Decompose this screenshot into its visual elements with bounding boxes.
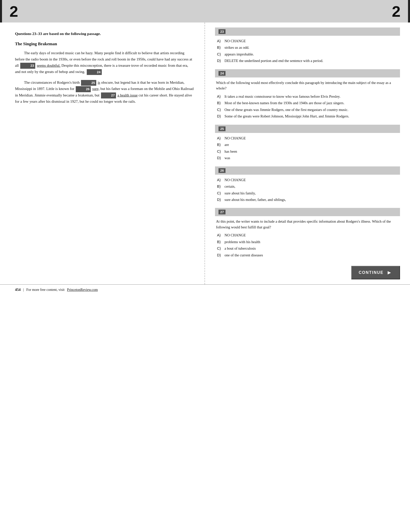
answer-27c[interactable]: C)a bout of tuberculosis: [217, 246, 398, 251]
label-24a: A): [217, 94, 222, 99]
answer-24b[interactable]: B)Most of the best-known names from the …: [217, 100, 398, 106]
label-26c: C): [217, 190, 222, 196]
question-block-27: 27 At this point, the writer wants to in…: [215, 208, 400, 258]
continue-bar: CONTINUE ►: [215, 263, 400, 279]
question-block-23: 23 A)NO CHANGE B)strikes us as odd. C)ap…: [215, 27, 400, 64]
label-27b: B): [217, 239, 222, 245]
answer-25a[interactable]: A)NO CHANGE: [217, 135, 398, 141]
answer-24a[interactable]: A)It takes a real music connoisseur to k…: [217, 94, 398, 99]
footer-text: For more free content, visit: [26, 288, 64, 292]
text-25b: are: [224, 142, 229, 147]
answer-25d[interactable]: D)was: [217, 155, 398, 161]
footer-divider: |: [23, 288, 24, 292]
answer-26b[interactable]: B)certain,: [217, 184, 398, 189]
question-header-25: 25: [215, 125, 400, 133]
answer-23d[interactable]: D)DELETE the underlined portion and end …: [217, 58, 398, 63]
question-block-25: 25 A)NO CHANGE B)are C)has been D)was: [215, 125, 400, 161]
label-25d: D): [217, 155, 222, 161]
label-23c: C): [217, 51, 222, 57]
text-23d: DELETE the underlined portion and end th…: [224, 58, 323, 63]
answer-25b[interactable]: B)are: [217, 142, 398, 147]
label-26b: B): [217, 184, 222, 189]
question-block-26: 26 A)NO CHANGE B)certain, C)sure about h…: [215, 166, 400, 203]
label-24c: C): [217, 107, 222, 112]
q24-header-badge: 24: [218, 71, 226, 76]
text-24a: It takes a real music connoisseur to kno…: [224, 94, 340, 99]
label-27d: D): [217, 252, 222, 258]
answer-25c[interactable]: C)has been: [217, 149, 398, 154]
page-header: 2 2: [0, 0, 410, 22]
q26-badge: 26: [76, 86, 91, 92]
label-27a: A): [217, 232, 222, 238]
main-content: Questions 23–33 are based on the followi…: [0, 22, 410, 284]
text-25a: NO CHANGE: [224, 135, 246, 141]
questions-column: 23 A)NO CHANGE B)strikes us as odd. C)ap…: [205, 22, 410, 284]
label-25c: C): [217, 149, 222, 154]
question-header-24: 24: [215, 69, 400, 77]
text-24b: Most of the best-known names from the 19…: [224, 100, 344, 106]
continue-button[interactable]: CONTINUE ►: [351, 266, 400, 279]
left-page-number: 2: [10, 2, 18, 20]
text-23a: NO CHANGE: [224, 38, 246, 44]
answer-23c[interactable]: C)appears improbable.: [217, 51, 398, 57]
answer-27b[interactable]: B)problems with his health: [217, 239, 398, 245]
passage-title: The Singing Brakeman: [15, 41, 194, 46]
answers-25: A)NO CHANGE B)are C)has been D)was: [215, 135, 400, 161]
footer-link[interactable]: PrincetonReview.com: [67, 288, 98, 292]
answer-26d[interactable]: D)sure about his mother, father, and sib…: [217, 197, 398, 202]
header-num-right: 2: [384, 0, 410, 22]
answer-26a[interactable]: A)NO CHANGE: [217, 177, 398, 183]
right-page-number: 2: [392, 2, 400, 20]
answers-26: A)NO CHANGE B)certain, C)sure about his …: [215, 177, 400, 203]
text-26d: sure about his mother, father, and sibli…: [224, 197, 286, 202]
label-26d: D): [217, 197, 222, 202]
passage-intro: Questions 23–33 are based on the followi…: [15, 31, 194, 36]
q24-badge: 24: [87, 69, 102, 75]
label-24b: B): [217, 100, 222, 106]
answer-24c[interactable]: C)One of these greats was Jimmie Rodgers…: [217, 107, 398, 112]
text-27a: NO CHANGE: [224, 232, 246, 238]
answers-27: A)NO CHANGE B)problems with his health C…: [215, 232, 400, 258]
label-23d: D): [217, 58, 222, 63]
q27-badge: 27: [101, 92, 116, 98]
label-26a: A): [217, 177, 222, 183]
answer-23a[interactable]: A)NO CHANGE: [217, 38, 398, 44]
header-num-left: 2: [0, 0, 26, 22]
text-27b: problems with his health: [224, 239, 260, 245]
answer-23b[interactable]: B)strikes us as odd.: [217, 45, 398, 50]
question-header-27: 27: [215, 208, 400, 216]
passage-paragraph-2: The circumstances of Rodgers's birth 25 …: [15, 79, 194, 105]
q27-header-badge: 27: [218, 210, 226, 214]
footer-page-number: 454: [15, 288, 21, 292]
label-25a: A): [217, 135, 222, 141]
label-24d: D): [217, 113, 222, 119]
label-23b: B): [217, 45, 222, 50]
q26-header-badge: 26: [218, 168, 226, 173]
question-header-26: 26: [215, 166, 400, 175]
continue-label: CONTINUE: [359, 270, 384, 275]
answer-27d[interactable]: D)one of the current diseases: [217, 252, 398, 258]
p2-underline-sure: sure,: [92, 87, 100, 91]
text-25c: has been: [224, 149, 237, 154]
question-header-23: 23: [215, 27, 400, 36]
label-23a: A): [217, 38, 222, 44]
text-25d: was: [224, 155, 230, 161]
text-26a: NO CHANGE: [224, 177, 246, 183]
answer-26c[interactable]: C)sure about his family,: [217, 190, 398, 196]
answer-24d[interactable]: D)Some of the greats were Robert Johnson…: [217, 113, 398, 119]
q23-badge: 23: [20, 63, 35, 68]
answer-27a[interactable]: A)NO CHANGE: [217, 232, 398, 238]
answers-24: A)It takes a real music connoisseur to k…: [215, 94, 400, 119]
text-24d: Some of the greats were Robert Johnson, …: [224, 113, 349, 119]
text-23c: appears improbable.: [224, 51, 254, 57]
question-block-24: 24 Which of the following would most eff…: [215, 69, 400, 119]
question-prompt-27: At this point, the writer wants to inclu…: [215, 219, 400, 230]
q23-header-badge: 23: [218, 29, 226, 34]
p2-underline-health: a health issue: [118, 93, 138, 97]
q25-badge: 25: [81, 80, 96, 86]
p1-underline: seems doubtful.: [37, 63, 60, 67]
page-footer: 454 | For more free content, visit Princ…: [0, 284, 410, 295]
answers-23: A)NO CHANGE B)strikes us as odd. C)appea…: [215, 38, 400, 64]
page-wrapper: 2 2 Questions 23–33 are based on the fol…: [0, 0, 410, 295]
q25-header-badge: 25: [218, 126, 226, 131]
